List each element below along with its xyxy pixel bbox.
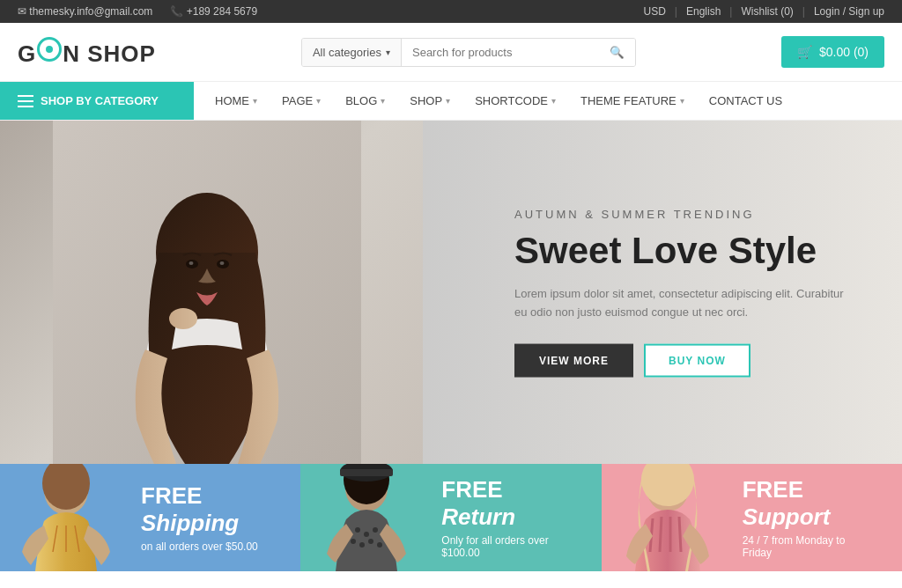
nav-item-page[interactable]: PAGE ▾ — [270, 82, 333, 120]
banner-1-text: FREE Shipping on all orders over $50.00 — [141, 482, 274, 553]
svg-point-25 — [377, 542, 382, 548]
svg-point-9 — [169, 308, 197, 329]
wishlist-link[interactable]: Wishlist (0) — [741, 5, 793, 18]
svg-point-21 — [373, 527, 378, 533]
svg-line-31 — [679, 517, 681, 552]
hero-buttons: VIEW MORE BUY NOW — [514, 343, 849, 377]
cart-amount: $0.00 (0) — [819, 45, 869, 59]
hero-section: AUTUMN & SUMMER TRENDING Sweet Love Styl… — [0, 121, 902, 464]
banner-3-figure — [602, 464, 734, 571]
logo-o-accent — [37, 37, 62, 62]
search-button[interactable]: 🔍 — [599, 39, 635, 66]
view-more-button[interactable]: VIEW MORE — [514, 343, 633, 377]
nav-item-shortcode[interactable]: SHORTCODE ▾ — [462, 82, 568, 120]
svg-point-19 — [355, 527, 360, 533]
banner-1-figure — [0, 464, 132, 571]
hero-image — [0, 121, 423, 464]
banner-3-free-label: FREE Support — [743, 476, 876, 531]
nav-item-blog[interactable]: BLOG ▾ — [333, 82, 397, 120]
nav-item-shop[interactable]: SHOP ▾ — [397, 82, 462, 120]
phone-icon: 📞 — [170, 5, 183, 18]
banner-person-3-icon — [602, 464, 734, 571]
hero-content: AUTUMN & SUMMER TRENDING Sweet Love Styl… — [514, 208, 849, 378]
top-bar-actions: USD | English | Wishlist (0) | Login / S… — [644, 5, 884, 18]
svg-point-23 — [359, 542, 365, 548]
banner-person-1-icon — [0, 464, 132, 571]
hamburger-icon — [18, 95, 33, 107]
nav-item-home[interactable]: HOME ▾ — [203, 82, 270, 120]
cart-icon: 🛒 — [797, 45, 812, 59]
logo[interactable]: GN SHOP — [18, 37, 156, 68]
banner-strips: FREE Shipping on all orders over $50.00 — [0, 464, 902, 571]
navigation: SHOP BY CATEGORY HOME ▾ PAGE ▾ BLOG ▾ SH… — [0, 82, 902, 121]
shop-by-category-label: SHOP BY CATEGORY — [41, 94, 159, 107]
search-category-label: All categories — [313, 46, 381, 59]
logo-g: G — [18, 40, 36, 67]
language-selector[interactable]: English — [686, 5, 721, 18]
login-link[interactable]: Login / Sign up — [814, 5, 884, 18]
chevron-down-icon: ▾ — [680, 96, 684, 106]
banner-shipping: FREE Shipping on all orders over $50.00 — [0, 464, 300, 571]
chevron-down-icon: ▾ — [446, 96, 450, 106]
banner-3-desc: 24 / 7 from Monday to Friday — [743, 534, 876, 559]
hero-title: Sweet Love Style — [514, 230, 849, 272]
banner-2-desc: Only for all orders over $100.00 — [441, 534, 574, 559]
chevron-down-icon: ▾ — [386, 48, 390, 57]
cart-button[interactable]: 🛒 $0.00 (0) — [781, 36, 884, 68]
chevron-down-icon: ▾ — [551, 96, 556, 106]
email-icon: ✉ — [18, 5, 26, 18]
nav-item-contact-us[interactable]: CONTACT US — [697, 82, 795, 120]
banner-2-figure — [300, 464, 433, 571]
email-contact: ✉ themesky.info@gmail.com — [18, 5, 152, 18]
chevron-down-icon: ▾ — [381, 96, 385, 106]
banner-2-free-label: FREE Return — [441, 476, 574, 531]
banner-person-2-icon — [300, 464, 433, 571]
banner-1-free-label: FREE Shipping — [141, 482, 274, 537]
svg-point-24 — [368, 539, 373, 544]
banner-3-text: FREE Support 24 / 7 from Monday to Frida… — [743, 476, 876, 559]
search-icon: 🔍 — [610, 46, 625, 59]
banner-2-text: FREE Return Only for all orders over $10… — [441, 476, 574, 559]
top-bar-contact: ✉ themesky.info@gmail.com 📞 +189 284 567… — [18, 5, 257, 18]
nav-item-theme-feature[interactable]: THEME FEATURE ▾ — [568, 82, 697, 120]
nav-links: HOME ▾ PAGE ▾ BLOG ▾ SHOP ▾ SHORTCODE ▾ … — [194, 82, 803, 120]
hero-woman-silhouette — [53, 121, 361, 464]
header: GN SHOP All categories ▾ 🔍 🛒 $0.00 (0) — [0, 23, 902, 82]
banner-support: FREE Support 24 / 7 from Monday to Frida… — [602, 464, 902, 571]
svg-point-27 — [641, 464, 694, 506]
hero-subtitle: AUTUMN & SUMMER TRENDING — [514, 208, 849, 221]
top-bar: ✉ themesky.info@gmail.com 📞 +189 284 567… — [0, 0, 902, 23]
banner-return: FREE Return Only for all orders over $10… — [300, 464, 601, 571]
search-bar: All categories ▾ 🔍 — [301, 38, 636, 67]
search-input[interactable] — [402, 39, 599, 66]
shop-by-category-button[interactable]: SHOP BY CATEGORY — [0, 82, 194, 120]
search-category-dropdown[interactable]: All categories ▾ — [302, 39, 402, 66]
svg-point-7 — [189, 261, 194, 265]
chevron-down-icon: ▾ — [316, 96, 321, 106]
svg-point-22 — [351, 539, 356, 544]
svg-point-20 — [364, 532, 369, 537]
phone-contact: 📞 +189 284 5679 — [170, 5, 257, 18]
hero-description: Lorem ipsum dolor sit amet, consectetur … — [514, 285, 849, 322]
logo-text: N SHOP — [63, 40, 156, 67]
svg-line-29 — [660, 517, 662, 552]
svg-rect-18 — [340, 469, 393, 476]
buy-now-button[interactable]: BUY NOW — [644, 343, 750, 377]
svg-point-8 — [220, 261, 225, 265]
chevron-down-icon: ▾ — [253, 96, 257, 106]
banner-1-desc: on all orders over $50.00 — [141, 540, 274, 553]
currency-selector[interactable]: USD — [644, 5, 666, 18]
